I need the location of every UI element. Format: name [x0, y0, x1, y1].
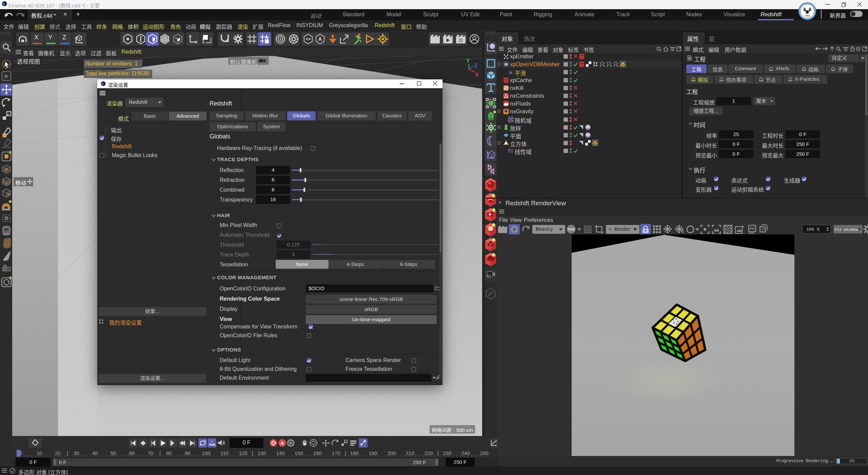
svg-text:A: A	[281, 441, 284, 446]
svg-text:X: X	[475, 72, 479, 78]
svg-text:Y: Y	[466, 58, 470, 64]
svg-text:Z: Z	[474, 63, 478, 69]
svg-text:a: a	[510, 70, 512, 74]
svg-text:G: G	[682, 230, 684, 233]
svg-text:PV: PV	[750, 227, 755, 231]
svg-text:A: A	[211, 440, 213, 443]
svg-text:行者鹿: 行者鹿	[805, 14, 810, 17]
svg-text:A: A	[318, 36, 322, 42]
svg-text:ST: ST	[488, 275, 490, 277]
svg-text:RGB: RGB	[568, 228, 575, 231]
